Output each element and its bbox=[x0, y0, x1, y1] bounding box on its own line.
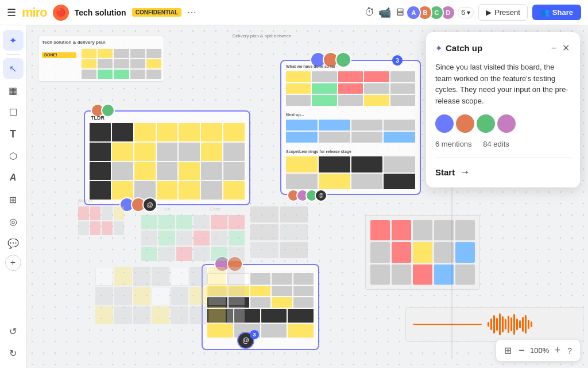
catchup-avatar-2 bbox=[456, 114, 474, 133]
frame-waveform bbox=[405, 307, 583, 342]
redo-icon: ↻ bbox=[9, 348, 17, 359]
sidebar-item-draw[interactable]: A bbox=[3, 167, 24, 188]
select-icon: ↖ bbox=[9, 63, 17, 74]
avatar-count[interactable]: 6 ▾ bbox=[458, 7, 474, 18]
sparkle-icon: ✦ bbox=[435, 44, 442, 53]
catchup-stats: 6 mentions 84 edits bbox=[435, 140, 571, 148]
magic-icon: ✦ bbox=[9, 35, 17, 46]
zoom-in-button[interactable]: + bbox=[552, 343, 563, 358]
add-icon: + bbox=[10, 258, 16, 268]
frame-topleft-label: Tech solution & delivery plan bbox=[42, 40, 106, 45]
frame-tldr: TLDR @ bbox=[84, 110, 250, 205]
text-icon: T bbox=[10, 128, 16, 140]
sidebar-item-shapes[interactable]: ⬡ bbox=[3, 145, 24, 166]
shapes-icon: ⬡ bbox=[9, 151, 17, 162]
catchup-divider bbox=[435, 158, 571, 158]
catchup-start-button[interactable]: Start → bbox=[435, 166, 571, 178]
collaborators-avatars: A B C D 6 ▾ bbox=[409, 5, 474, 20]
draw-icon: A bbox=[10, 172, 17, 183]
screen-icon[interactable]: 🖥 bbox=[394, 6, 405, 18]
catchup-panel: ✦ Catch up − ✕ Since you last visited th… bbox=[426, 32, 580, 187]
board-icon: 🔴 bbox=[53, 5, 69, 21]
start-arrow-icon: → bbox=[459, 166, 470, 178]
waveform-display bbox=[413, 313, 576, 335]
topbar: ☰ miro 🔴 Tech solution CONFIDENTIAL ⋯ ⏱ … bbox=[0, 0, 588, 25]
frame-right-bottom-stickies bbox=[286, 156, 415, 189]
sidebar-item-frames[interactable]: ▦ bbox=[3, 80, 24, 101]
present-button[interactable]: ▶ Present bbox=[478, 4, 528, 21]
catchup-avatar-1 bbox=[435, 114, 454, 133]
catchup-title: ✦ Catch up bbox=[435, 43, 482, 53]
sidebar-item-redo[interactable]: ↻ bbox=[3, 343, 24, 363]
catchup-action-buttons: − ✕ bbox=[550, 41, 571, 55]
zoom-help-button[interactable]: ? bbox=[565, 345, 574, 356]
avatar-1: A bbox=[406, 5, 421, 20]
frame-right-mid-stickies bbox=[286, 120, 415, 143]
frame-right-nextup: Next up... bbox=[286, 113, 304, 117]
confidential-badge: CONFIDENTIAL bbox=[132, 8, 181, 17]
sidebar-item-notes[interactable]: ☐ bbox=[3, 102, 24, 122]
mentions-count: 6 mentions bbox=[435, 140, 472, 148]
menu-icon[interactable]: ☰ bbox=[7, 6, 16, 19]
zoom-bar: ⊞ − 100% + ? bbox=[496, 340, 580, 361]
catchup-minimize-button[interactable]: − bbox=[550, 41, 558, 55]
catchup-user-avatars bbox=[435, 114, 571, 133]
board-title[interactable]: Tech solution bbox=[75, 8, 126, 17]
edits-count: 84 edits bbox=[483, 140, 509, 148]
frame-right-scope: Scope/Learnings for release stage bbox=[286, 150, 351, 154]
background-clusters: Boards UX Edits bbox=[72, 198, 359, 342]
top-center-label: Delivery plan & split between bbox=[176, 33, 348, 51]
catchup-header: ✦ Catch up − ✕ bbox=[435, 41, 571, 55]
undo-icon: ↺ bbox=[9, 326, 17, 337]
frames-icon: ▦ bbox=[9, 85, 17, 96]
catchup-avatar-3 bbox=[477, 114, 495, 133]
video-icon[interactable]: 📹 bbox=[378, 6, 391, 19]
sidebar-item-grid[interactable]: ⊞ bbox=[3, 189, 24, 210]
frame-right-top-stickies bbox=[286, 71, 415, 106]
tldr-stickies bbox=[90, 123, 245, 200]
sidebar-item-eye[interactable]: ◎ bbox=[3, 211, 24, 232]
more-options-icon[interactable]: ⋯ bbox=[187, 7, 196, 18]
mini-stickies-topleft bbox=[82, 49, 161, 79]
topbar-tool-icons: ⏱ 📹 🖥 bbox=[365, 6, 405, 19]
catchup-avatar-4 bbox=[497, 114, 516, 133]
sidebar-divider-1 bbox=[6, 54, 20, 55]
frame-main-right: What we have done so far Next up... Scop… bbox=[280, 60, 421, 195]
catchup-body-text: Since you last visited this board, the t… bbox=[435, 62, 571, 106]
frame-topleft: Tech solution & delivery plan DONE! bbox=[38, 36, 164, 82]
tldr-label: TLDR bbox=[91, 115, 105, 121]
zoom-out-button[interactable]: − bbox=[516, 343, 527, 358]
frame-right-large-stickies bbox=[370, 220, 475, 285]
zoom-fit-button[interactable]: ⊞ bbox=[502, 344, 514, 357]
share-button[interactable]: 👥 Share bbox=[532, 5, 581, 20]
eye-icon: ◎ bbox=[9, 216, 17, 227]
frame-right-title: What we have done so far bbox=[286, 64, 335, 68]
zoom-level-display: 100% bbox=[529, 346, 550, 355]
sidebar-item-add[interactable]: + bbox=[5, 255, 21, 271]
sidebar-item-text[interactable]: T bbox=[3, 124, 24, 144]
sidebar-item-undo[interactable]: ↺ bbox=[3, 321, 24, 342]
sidebar: ✦ ↖ ▦ ☐ T ⬡ A ⊞ ◎ 💬 + ↺ ↻ bbox=[0, 25, 26, 368]
comment-icon: 💬 bbox=[7, 238, 19, 249]
frame-right-large bbox=[365, 215, 480, 290]
topbar-right: ⏱ 📹 🖥 A B C D 6 ▾ ▶ Present 👥 Share bbox=[365, 4, 581, 21]
sidebar-item-comment[interactable]: 💬 bbox=[3, 233, 24, 254]
topbar-left: ☰ miro 🔴 Tech solution CONFIDENTIAL ⋯ bbox=[7, 5, 359, 21]
sidebar-item-select[interactable]: ↖ bbox=[3, 58, 24, 79]
sidebar-item-magic[interactable]: ✦ bbox=[3, 30, 24, 51]
frame-right-badge: 3 bbox=[392, 55, 403, 66]
timer-icon[interactable]: ⏱ bbox=[365, 6, 375, 18]
grid-icon: ⊞ bbox=[9, 194, 17, 205]
notes-icon: ☐ bbox=[9, 107, 17, 118]
catchup-close-button[interactable]: ✕ bbox=[561, 41, 571, 55]
miro-logo: miro bbox=[22, 5, 47, 20]
